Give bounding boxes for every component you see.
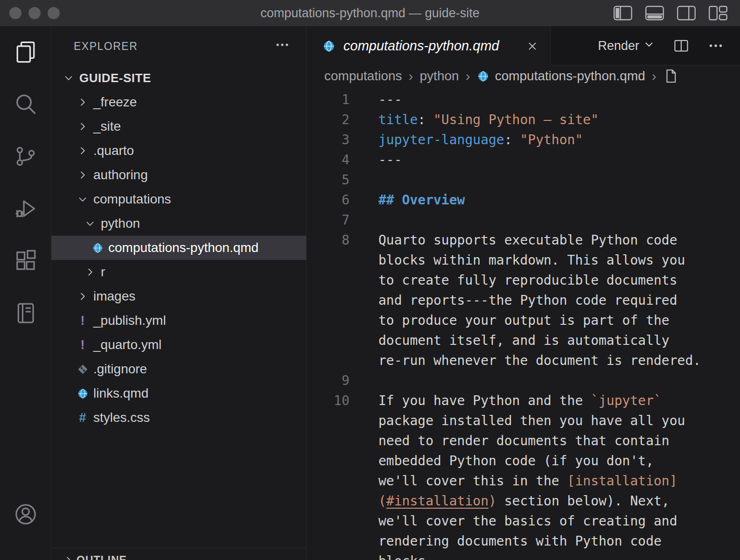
- more-actions-icon[interactable]: [707, 37, 724, 54]
- customize-layout-icon[interactable]: [708, 5, 728, 21]
- activity-extensions[interactable]: [0, 236, 51, 288]
- code-line-8-wrap-4[interactable]: to produce your output is part of the: [307, 310, 740, 330]
- toggle-secondary-sidebar-icon[interactable]: [677, 5, 696, 21]
- tree-item-computations-python-qmd[interactable]: computations-python.qmd: [51, 236, 306, 260]
- activity-accounts[interactable]: [0, 489, 51, 541]
- code-line-8[interactable]: 8Quarto supports executable Python code: [307, 230, 740, 250]
- tree-item-label: python: [101, 216, 140, 231]
- line-number[interactable]: 5: [307, 170, 349, 190]
- tree-item-python[interactable]: python: [51, 211, 306, 236]
- activity-source-control[interactable]: [0, 131, 51, 183]
- code-line-text: to create fully reproducible documents: [349, 270, 677, 290]
- line-number[interactable]: 3: [307, 130, 349, 150]
- tree-item-gitignore[interactable]: .gitignore: [51, 357, 306, 381]
- line-number[interactable]: 6: [307, 190, 349, 210]
- explorer-sidebar: EXPLORER GUIDE-SITE _freeze_site.quartoa…: [51, 27, 306, 560]
- breadcrumb-python[interactable]: python: [420, 69, 459, 84]
- line-number[interactable]: [307, 411, 349, 431]
- toggle-panel-icon[interactable]: [645, 5, 664, 21]
- code-line-text: to produce your output is part of the: [349, 310, 670, 330]
- line-number[interactable]: [307, 511, 349, 531]
- line-number[interactable]: 10: [307, 391, 349, 411]
- code-line-9[interactable]: 9: [307, 371, 740, 391]
- code-line-1[interactable]: 1---: [307, 90, 740, 110]
- render-button[interactable]: Render: [598, 38, 655, 54]
- tree-item-r[interactable]: r: [51, 260, 306, 284]
- code-editor[interactable]: 1---2title: "Using Python — site"3jupyte…: [307, 87, 740, 560]
- line-number[interactable]: [307, 330, 349, 350]
- line-number[interactable]: 1: [307, 90, 349, 110]
- split-editor-icon[interactable]: [673, 37, 690, 54]
- activity-search[interactable]: [0, 79, 51, 131]
- yaml-file-icon: !: [75, 338, 91, 352]
- line-number[interactable]: [307, 491, 349, 511]
- tree-item-quarto-yml[interactable]: !_quarto.yml: [51, 333, 306, 357]
- line-number[interactable]: 8: [307, 230, 349, 250]
- zoom-window-button[interactable]: [48, 7, 60, 19]
- line-number[interactable]: 9: [307, 371, 349, 391]
- code-line-10-wrap-1[interactable]: package installed then you have all you: [307, 411, 740, 431]
- line-number[interactable]: [307, 270, 349, 290]
- activity-explorer[interactable]: [0, 27, 51, 79]
- tree-item-freeze[interactable]: _freeze: [51, 90, 306, 114]
- code-line-10[interactable]: 10If you have Python and the `jupyter`: [307, 391, 740, 411]
- code-line-6[interactable]: 6## Overview: [307, 190, 740, 210]
- tree-item-images[interactable]: images: [51, 284, 306, 308]
- line-number[interactable]: [307, 551, 349, 560]
- code-line-10-wrap-7[interactable]: rendering documents with Python code: [307, 531, 740, 551]
- breadcrumb-computations-python-qmd[interactable]: computations-python.qmd: [495, 69, 645, 84]
- line-number[interactable]: 4: [307, 150, 349, 170]
- code-line-10-wrap-2[interactable]: need to render documents that contain: [307, 431, 740, 451]
- line-number[interactable]: [307, 451, 349, 471]
- tree-item-quarto[interactable]: .quarto: [51, 139, 306, 163]
- minimize-window-button[interactable]: [28, 7, 41, 19]
- line-number[interactable]: [307, 471, 349, 491]
- tree-item-publish-yml[interactable]: !_publish.yml: [51, 308, 306, 333]
- code-line-3[interactable]: 3jupyter-language: "Python": [307, 130, 740, 150]
- code-line-10-wrap-4[interactable]: we'll cover this in the [installation]: [307, 471, 740, 491]
- tree-item-links-qmd[interactable]: links.qmd: [51, 381, 306, 406]
- activity-run-and-debug[interactable]: [0, 183, 51, 236]
- breadcrumb-separator: ›: [459, 68, 477, 84]
- source-control-icon: [14, 144, 38, 170]
- tree-root-guide-site[interactable]: GUIDE-SITE: [51, 66, 306, 90]
- line-number[interactable]: [307, 350, 349, 371]
- line-number[interactable]: 2: [307, 110, 349, 130]
- tree-item-site[interactable]: _site: [51, 114, 306, 139]
- code-line-2[interactable]: 2title: "Using Python — site": [307, 110, 740, 130]
- code-line-8-wrap-5[interactable]: document itself, and is automatically: [307, 330, 740, 350]
- breadcrumb-computations[interactable]: computations: [324, 69, 402, 84]
- code-line-text: If you have Python and the `jupyter`: [349, 391, 662, 411]
- line-number[interactable]: 7: [307, 210, 349, 230]
- code-line-10-wrap-5[interactable]: (#installation) section below). Next,: [307, 491, 740, 511]
- more-actions-icon[interactable]: [274, 37, 290, 56]
- code-line-5[interactable]: 5: [307, 170, 740, 190]
- code-line-text: [349, 210, 378, 230]
- tree-item-authoring[interactable]: authoring: [51, 163, 306, 187]
- outline-section-header[interactable]: OUTLINE: [51, 548, 306, 560]
- tree-item-label: images: [93, 289, 135, 304]
- toggle-primary-sidebar-icon[interactable]: [613, 5, 633, 21]
- close-tab-icon[interactable]: [526, 40, 538, 52]
- code-line-10-wrap-8[interactable]: blocks.: [307, 551, 740, 560]
- tree-item-styles-css[interactable]: #styles.css: [51, 406, 306, 430]
- tab-computations-python-qmd[interactable]: computations-python.qmd: [307, 27, 551, 65]
- activity-book[interactable]: [0, 288, 51, 340]
- code-line-10-wrap-3[interactable]: embedded Python code (if you don't,: [307, 451, 740, 471]
- code-line-10-wrap-6[interactable]: we'll cover the basics of creating and: [307, 511, 740, 531]
- code-line-4[interactable]: 4---: [307, 150, 740, 170]
- code-line-8-wrap-1[interactable]: blocks within markdown. This allows you: [307, 250, 740, 270]
- line-number[interactable]: [307, 250, 349, 270]
- code-line-7[interactable]: 7: [307, 210, 740, 230]
- line-number[interactable]: [307, 290, 349, 310]
- line-number[interactable]: [307, 531, 349, 551]
- tree-item-computations[interactable]: computations: [51, 187, 306, 211]
- line-number[interactable]: [307, 310, 349, 330]
- close-window-button[interactable]: [9, 7, 21, 19]
- code-line-8-wrap-2[interactable]: to create fully reproducible documents: [307, 270, 740, 290]
- tree-item-label: links.qmd: [93, 386, 148, 401]
- code-line-8-wrap-3[interactable]: and reports---the Python code required: [307, 290, 740, 310]
- code-line-8-wrap-6[interactable]: re-run whenever the document is rendered…: [307, 350, 740, 371]
- quarto-file-icon: [322, 40, 335, 53]
- line-number[interactable]: [307, 431, 349, 451]
